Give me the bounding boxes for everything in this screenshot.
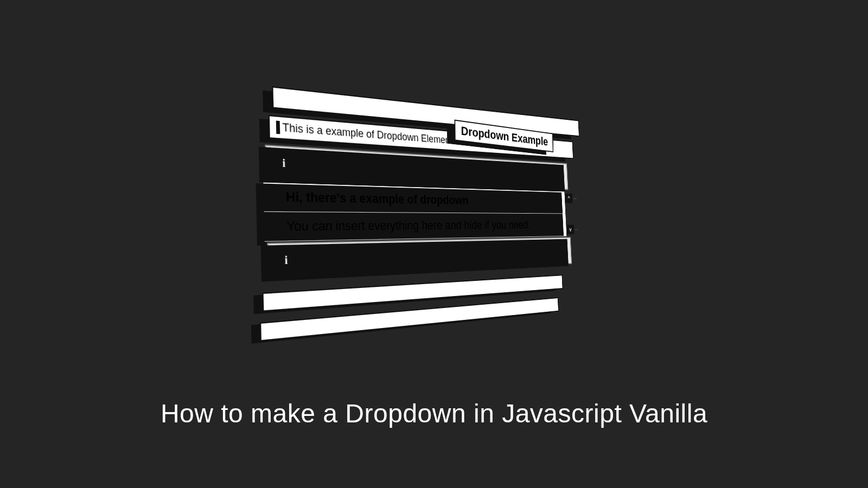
dropdown-body-text: You can insert everything here and hide … xyxy=(286,219,531,235)
stack-layer xyxy=(260,297,559,341)
dropdown-header-2[interactable]: i xyxy=(267,237,572,279)
info-icon: i xyxy=(277,251,295,269)
text-marker-icon xyxy=(276,220,283,234)
expand-icon[interactable]: v xyxy=(567,225,575,235)
stack-layer xyxy=(262,274,563,311)
text-marker-icon xyxy=(275,190,282,204)
page-caption: How to make a Dropdown in Javascript Van… xyxy=(0,399,868,428)
info-icon: i xyxy=(275,154,292,172)
collapse-icon[interactable]: ^ xyxy=(565,194,573,203)
dropdown-content-body: You can insert everything here and hide … xyxy=(264,212,567,242)
dropdown-heading-text: Hi, there's a example of dropdown xyxy=(285,189,468,208)
